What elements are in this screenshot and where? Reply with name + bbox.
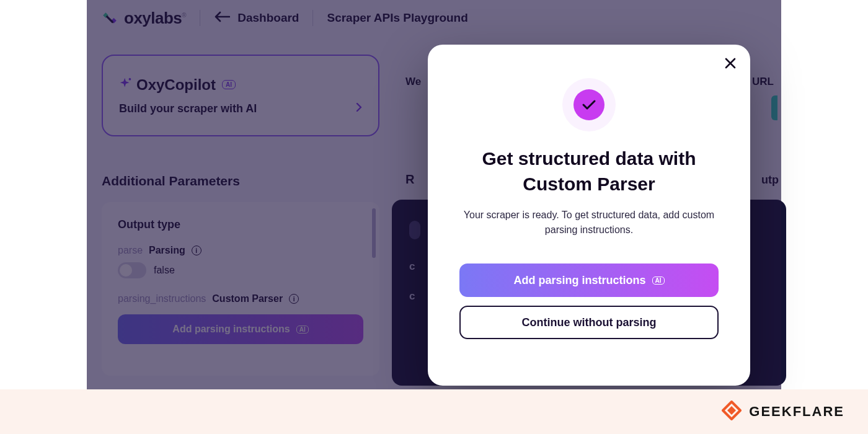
custom-parser-modal: Get structured data with Custom Parser Y… — [428, 45, 750, 386]
modal-title: Get structured data with Custom Parser — [449, 146, 729, 197]
close-button[interactable] — [724, 57, 737, 72]
footer-bar: GEEKFLARE — [0, 389, 868, 434]
modal-subtitle: Your scraper is ready. To get structured… — [459, 208, 719, 237]
ai-badge-modal: AI — [652, 277, 665, 285]
letterbox-right — [781, 0, 868, 434]
letterbox-left — [0, 0, 87, 434]
geekflare-wordmark: GEEKFLARE — [749, 404, 844, 420]
modal-secondary-label: Continue without parsing — [522, 316, 657, 329]
modal-add-parsing-button[interactable]: Add parsing instructions AI — [459, 264, 719, 297]
close-icon — [724, 61, 737, 71]
modal-primary-label: Add parsing instructions — [513, 274, 645, 287]
modal-continue-button[interactable]: Continue without parsing — [459, 306, 719, 339]
check-circle-icon — [574, 89, 604, 120]
success-icon-wrap — [562, 78, 616, 131]
geekflare-logo-icon — [722, 401, 742, 423]
